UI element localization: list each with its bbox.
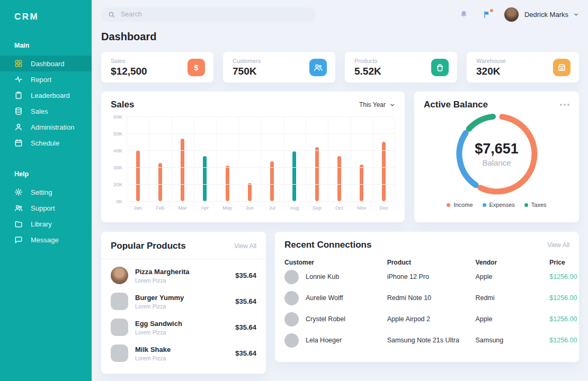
product-subtitle: Lorem Pizza	[135, 277, 235, 284]
x-axis-tick: Jul	[261, 205, 283, 211]
product-info: Egg SandwichLorem Pizza	[135, 320, 235, 335]
sidebar-item-dashboard[interactable]: Dashboard	[0, 56, 92, 71]
view-all-link[interactable]: View All	[234, 242, 256, 250]
product-list-item[interactable]: Burger YummyLorem Pizza$35.64	[111, 288, 256, 314]
bar-slot	[283, 116, 306, 201]
y-axis-tick: 0K	[116, 198, 122, 204]
chevron-down-icon	[573, 12, 579, 17]
product-image	[111, 344, 128, 362]
sidebar-section-label: Main	[0, 42, 92, 49]
search-box[interactable]	[101, 7, 316, 22]
connection-row[interactable]: Lela HoegerSamsung Note 21s UltraSamsung…	[284, 330, 569, 351]
topbar-actions: Dedrick Marks	[445, 7, 579, 22]
chart-plot-area	[127, 116, 395, 201]
sidebar-item-support[interactable]: Support	[0, 200, 92, 216]
bell-icon[interactable]	[459, 10, 468, 19]
column-header-vendor: Vendor	[475, 259, 549, 266]
balance-card-title: Active Balance	[424, 99, 488, 110]
customer-name: Crystel Robel	[306, 315, 345, 323]
popular-products-header: Popular Products View All	[101, 240, 266, 259]
connection-row[interactable]: Crystel RobelApple Airpod 2Apple$1256.00	[284, 309, 569, 330]
stat-cards-row: Sales$12,500$Customers750KProducts5.52KW…	[101, 52, 579, 83]
gridline	[172, 116, 172, 201]
sidebar-item-schedule[interactable]: Schedule	[0, 135, 92, 151]
y-axis-tick: 40K	[113, 148, 122, 153]
x-axis-tick: Jun	[238, 205, 261, 211]
sidebar-item-setting[interactable]: Setting	[0, 184, 92, 200]
chevron-down-icon	[389, 102, 395, 108]
dollar-icon: $	[188, 59, 205, 76]
customer-avatar	[284, 333, 299, 348]
view-all-link[interactable]: View All	[547, 241, 569, 249]
sidebar-item-message[interactable]: Message	[0, 232, 92, 248]
stat-label: Sales	[111, 58, 147, 64]
legend-label: Taxes	[531, 202, 547, 208]
x-axis-tick: Sep	[306, 205, 328, 211]
product-info: Milk ShakeLorem Pizza	[135, 346, 235, 361]
bar-slot	[216, 116, 238, 201]
gridline	[351, 116, 351, 201]
flag-icon[interactable]	[483, 10, 492, 19]
bar-slot	[149, 116, 171, 201]
product-info: Pizza MargheritaLorem Pizza	[135, 268, 235, 284]
activity-icon	[14, 75, 23, 84]
users-icon	[14, 204, 23, 212]
product-list-item[interactable]: Pizza MargheritaLorem Pizza$35.64	[111, 262, 256, 288]
folder-icon	[14, 220, 23, 228]
clipboard-icon	[14, 91, 23, 99]
product-list-item[interactable]: Milk ShakeLorem Pizza$35.64	[111, 340, 256, 366]
product-image	[111, 293, 128, 310]
legend-dot	[483, 203, 486, 207]
notification-badge	[490, 9, 493, 12]
connection-row[interactable]: Aurelie WolffRedmi Note 10Redmi$1256.00	[284, 287, 569, 309]
stat-value: 5.52K	[354, 66, 381, 77]
bar-slot	[328, 116, 350, 201]
bar-aug	[292, 151, 296, 201]
product-cell: iPhone 12 Pro	[387, 273, 476, 280]
legend-item-expenses[interactable]: Expenses	[483, 202, 515, 208]
legend-item-income[interactable]: Income	[447, 202, 473, 208]
active-balance-card: Active Balance $7,651 Balance IncomeExpe…	[414, 92, 579, 222]
gridline	[216, 116, 217, 201]
vendor-cell: Apple	[475, 315, 549, 323]
x-axis-labels: JanFebMarAprMayJunJulAugSepOctNovDec	[127, 205, 395, 211]
range-selector[interactable]: This Year	[359, 101, 395, 108]
bar-jan	[136, 150, 140, 201]
database-icon	[14, 107, 23, 115]
page-title: Dashboard	[101, 31, 579, 43]
x-axis-tick: Oct	[328, 205, 350, 211]
more-horizontal-icon[interactable]	[560, 101, 569, 108]
gridline	[373, 116, 373, 201]
calendar-icon	[14, 139, 23, 147]
search-input[interactable]	[120, 10, 309, 19]
sidebar-item-library[interactable]: Library	[0, 216, 92, 232]
product-subtitle: Lorem Pizza	[135, 329, 235, 335]
product-cell: Samsung Note 21s Ultra	[387, 337, 476, 344]
connection-row[interactable]: Lonnie KubiPhone 12 ProApple$1256.00	[284, 266, 569, 287]
gridline	[194, 116, 194, 201]
bar-slot	[306, 116, 328, 201]
sidebar-item-sales[interactable]: Sales	[0, 103, 92, 119]
user-menu[interactable]: Dedrick Marks	[504, 7, 579, 22]
bar-jun	[248, 183, 252, 201]
stat-card-customers: Customers750K	[223, 52, 335, 83]
balance-amount: $7,651	[475, 141, 519, 157]
sidebar-item-label: Support	[31, 204, 55, 212]
dashboard-grid-icon	[14, 59, 23, 68]
user-avatar	[504, 7, 519, 22]
sidebar-item-label: Administration	[31, 123, 74, 131]
sidebar-item-leaderboard[interactable]: Leaderboard	[0, 87, 92, 103]
product-cell: Apple Airpod 2	[387, 315, 476, 323]
sidebar: CRM MainDashboardReportLeaderboardSalesA…	[0, 0, 92, 381]
sidebar-item-report[interactable]: Report	[0, 71, 92, 87]
legend-item-taxes[interactable]: Taxes	[524, 202, 547, 208]
stat-text: Products5.52K	[354, 58, 381, 77]
gridline	[149, 116, 149, 201]
stat-text: Customers750K	[233, 58, 261, 77]
bar-slot	[127, 116, 149, 201]
legend-dot	[447, 203, 450, 207]
recent-connections-header: Recent Connections View All	[284, 240, 569, 250]
sidebar-item-administration[interactable]: Administration	[0, 119, 92, 135]
customer-name: Aurelie Wolff	[306, 294, 343, 302]
product-list-item[interactable]: Egg SandwichLorem Pizza$35.64	[111, 314, 256, 340]
